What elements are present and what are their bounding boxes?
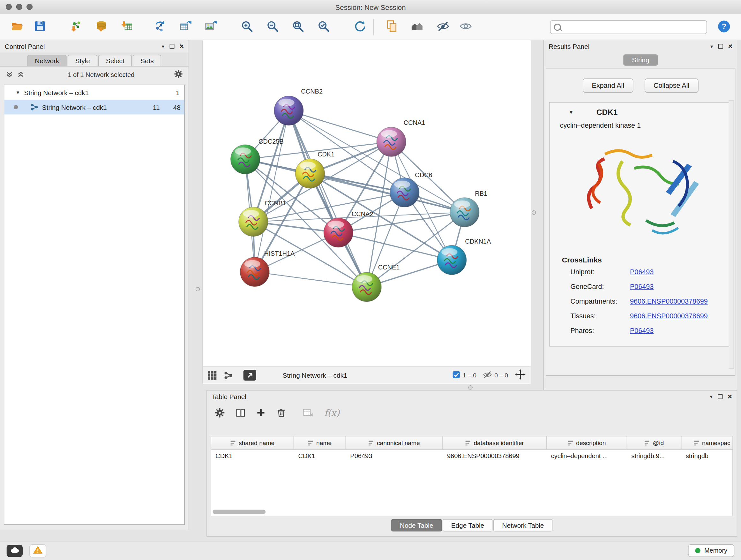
table-cell[interactable]: P06493 [346,452,443,459]
show-all-button[interactable] [456,17,475,37]
expand-all-button[interactable]: Expand All [583,78,633,92]
zoom-in-button[interactable] [237,17,256,37]
maximize-panel-icon[interactable] [718,44,723,49]
collapse-all-icon[interactable] [6,71,13,78]
open-in-new-window-button[interactable] [244,370,256,381]
tab-edge-table[interactable]: Edge Table [443,519,493,532]
column-header[interactable]: database identifier [443,436,547,449]
table-cell[interactable]: stringdb:9... [627,452,681,459]
zoom-selected-button[interactable] [314,17,333,37]
gene-disclosure-icon[interactable]: ▼ [569,109,574,115]
overview-button[interactable] [408,17,427,37]
table-row[interactable]: CDK1 CDK1 P06493 9606.ENSP00000378699 cy… [211,449,732,462]
tab-sets[interactable]: Sets [133,55,161,66]
import-network-database-button[interactable] [91,17,111,37]
column-header[interactable]: name [294,436,346,449]
hide-selected-button[interactable] [433,17,452,37]
hidden-eye-icon[interactable] [483,370,492,381]
save-session-button[interactable] [30,17,49,37]
clipboard-button[interactable] [382,17,401,37]
tab-string[interactable]: String [623,54,658,66]
warning-button[interactable] [29,544,46,557]
network-node-cdkn1a[interactable] [437,246,467,275]
open-session-button[interactable] [8,17,26,37]
network-edge[interactable] [338,233,452,260]
search-input[interactable] [550,20,707,34]
help-button[interactable]: ? [715,17,733,37]
collection-disclosure-icon[interactable]: ▼ [16,90,20,95]
close-panel-icon[interactable]: × [179,43,184,50]
maximize-panel-icon[interactable] [170,44,174,49]
network-edge[interactable] [289,111,391,142]
memory-button[interactable]: Memory [688,544,735,557]
table-cell[interactable]: cyclin–dependent ... [547,452,627,459]
pharos-link[interactable]: P06493 [630,327,654,334]
tab-select[interactable]: Select [98,55,132,66]
close-panel-icon[interactable]: × [728,393,732,401]
table-gear-icon[interactable] [214,408,225,418]
left-splitter-handle[interactable] [196,287,200,291]
grid-view-icon[interactable] [207,370,217,380]
column-header[interactable]: shared name [211,436,294,449]
float-panel-icon[interactable]: ▾ [711,44,713,49]
tab-network[interactable]: Network [27,55,67,66]
close-panel-icon[interactable]: × [728,43,733,50]
network-node-rb1[interactable] [450,198,479,227]
export-table-button[interactable] [176,17,195,37]
collapse-all-button[interactable]: Collapse All [645,78,698,92]
tab-network-table[interactable]: Network Table [494,519,552,532]
column-header[interactable]: canonical name [346,436,443,449]
minimize-window-button[interactable] [16,4,22,10]
export-network-button[interactable] [150,17,169,37]
network-node-hist1h1a[interactable] [240,257,269,287]
table-cell[interactable]: CDK1 [294,452,346,459]
compartments-link[interactable]: 9606.ENSP00000378699 [630,297,708,305]
center-view-button[interactable] [515,369,526,381]
close-window-button[interactable] [6,4,12,10]
expand-all-icon[interactable] [17,71,24,78]
table-cell[interactable]: 9606.ENSP00000378699 [443,452,547,459]
network-edge[interactable] [255,111,289,272]
tissues-link[interactable]: 9606.ENSP00000378699 [630,312,708,320]
genecard-link[interactable]: P06493 [630,283,654,290]
results-scrollbar[interactable] [729,100,734,369]
network-overview-icon[interactable] [223,370,233,380]
network-node-ccne1[interactable] [352,272,381,302]
uniprot-link[interactable]: P06493 [630,268,654,275]
delete-column-icon[interactable] [276,408,286,418]
network-node-ccnb1[interactable] [239,207,268,237]
create-column-icon[interactable] [256,408,266,418]
column-header[interactable]: namespac [681,436,733,449]
horizontal-scrollbar-thumb[interactable] [212,509,266,514]
network-node-cdc6[interactable] [390,178,419,207]
cloud-button[interactable] [7,544,23,557]
network-node-ccnb2[interactable] [274,96,304,125]
import-table-button[interactable] [117,17,136,37]
network-node-cdc25b[interactable] [231,145,260,174]
float-panel-icon[interactable]: ▾ [162,44,164,49]
tab-style[interactable]: Style [68,55,97,66]
column-selector-icon[interactable] [235,408,246,418]
network-canvas[interactable]: CCNB2CCNA1CDC25BCDK1CDC6RB1CCNB1CCNA2CDK… [203,40,531,367]
network-edge[interactable] [289,111,367,287]
right-splitter-handle[interactable] [532,210,536,214]
network-options-gear-icon[interactable] [174,70,183,80]
tab-node-table[interactable]: Node Table [391,519,442,532]
zoom-out-button[interactable] [263,17,281,37]
table-cell[interactable]: stringdb [681,452,733,459]
fit-content-button[interactable] [288,17,307,37]
network-node-ccna2[interactable] [324,218,353,247]
float-panel-icon[interactable]: ▾ [710,394,712,399]
network-collection-row[interactable]: ▼ String Network – cdk1 1 [4,85,184,100]
column-header[interactable]: @id [627,436,681,449]
table-cell[interactable]: CDK1 [211,452,294,459]
network-edge[interactable] [255,272,367,287]
refresh-layout-button[interactable] [350,17,368,37]
network-node-ccna1[interactable] [377,127,406,157]
network-node-cdk1[interactable] [295,159,325,188]
export-image-button[interactable] [201,17,220,37]
bottom-splitter-handle[interactable] [468,385,473,389]
column-header[interactable]: description [547,436,627,449]
zoom-window-button[interactable] [26,4,32,10]
maximize-panel-icon[interactable] [718,394,723,399]
